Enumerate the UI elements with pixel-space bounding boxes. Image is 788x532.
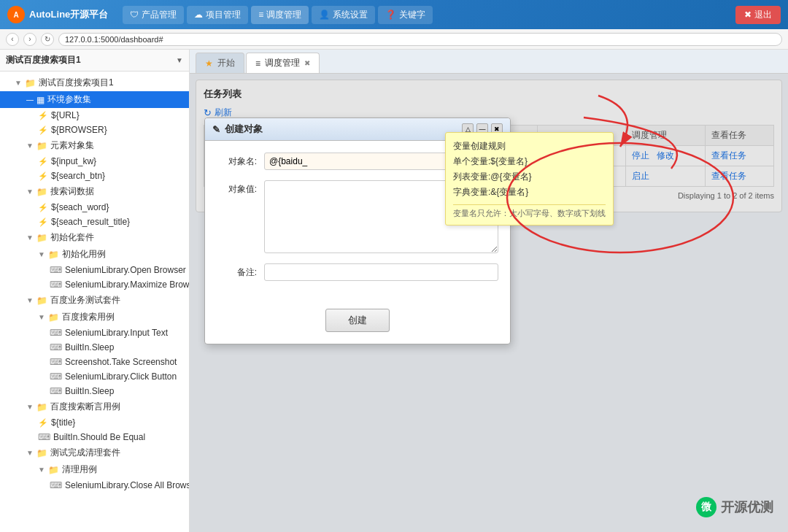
cloud-icon: ☁ — [194, 9, 203, 20]
lightning-icon: ⚡ — [38, 111, 48, 120]
tree-item-assert-case[interactable]: ▼ 📁 百度搜索断言用例 — [0, 398, 189, 415]
nav-bar: A AutoLine开源平台 🛡 产品管理 ☁ 项目管理 ≡ 调度管理 👤 系统… — [0, 0, 788, 29]
form-row-note: 备注: — [217, 263, 498, 281]
expand-icon-9: ▼ — [38, 466, 45, 474]
tree-item-baidu-case[interactable]: ▼ 📁 百度搜索用例 — [0, 309, 189, 325]
note-label: 备注: — [217, 263, 257, 279]
dialog-title: ✎ 创建对象 — [212, 123, 263, 136]
tab-bar: ★ 开始 ≡ 调度管理 ✖ — [190, 50, 788, 74]
tooltip-item-dict[interactable]: 字典变量:&{变量名} — [453, 185, 606, 200]
sidebar-dropdown[interactable]: ▼ — [176, 56, 183, 64]
tree-item-cleanup-case[interactable]: ▼ 📁 清理用例 — [0, 461, 189, 478]
nav-menu: 🛡 产品管理 ☁ 项目管理 ≡ 调度管理 👤 系统设置 ❓ 关键字 — [123, 6, 735, 24]
tree-item-init-suite[interactable]: ▼ 📁 初始化套件 — [0, 229, 189, 246]
keyword-icon-3: ⌨ — [50, 328, 62, 338]
tree-item-browser[interactable]: ⚡ ${BROWSER} — [0, 123, 189, 137]
folder-icon-3: 📁 — [36, 187, 47, 197]
url-bar[interactable]: 127.0.0.1:5000/dashboard# — [58, 33, 782, 46]
star-icon: ★ — [205, 58, 213, 69]
tree-item-init-case[interactable]: ▼ 📁 初始化用例 — [0, 246, 189, 263]
menu-icon: ≡ — [258, 9, 263, 20]
pencil-icon: ✎ — [212, 124, 220, 135]
folder-icon-7: 📁 — [48, 312, 59, 323]
tab-schedule-mgmt[interactable]: ≡ 调度管理 ✖ — [246, 53, 320, 73]
tab-start[interactable]: ★ 开始 — [196, 53, 244, 73]
expand-icon-4: ▼ — [38, 250, 45, 258]
tree-item-search-data[interactable]: ▼ 📁 搜索词数据 — [0, 183, 189, 200]
tree-item-sleep-2[interactable]: ⌨ BuiltIn.Sleep — [0, 384, 189, 398]
nav-item-product[interactable]: 🛡 产品管理 — [123, 6, 184, 24]
tree-item-element-set[interactable]: ▼ 📁 元素对象集 — [0, 137, 189, 154]
tree-item-seach-word[interactable]: ⚡ ${seach_word} — [0, 200, 189, 215]
dialog-footer: 创建 — [205, 303, 510, 344]
forward-button[interactable]: › — [23, 33, 36, 46]
tree-item-seach-title[interactable]: ⚡ ${seach_result_title} — [0, 215, 189, 229]
nav-logo: A AutoLine开源平台 — [7, 6, 108, 23]
nav-item-keyword[interactable]: ❓ 关键字 — [378, 6, 433, 24]
tree-item-should-be-equal[interactable]: ⌨ BuiltIn.Should Be Equal — [0, 430, 189, 444]
watermark: 微 开源优测 — [696, 497, 773, 517]
minus-icon-2: — — [26, 96, 34, 104]
expand-icon-7: ▼ — [26, 403, 34, 411]
tree-item-close-browsers[interactable]: ⌨ SeleniumLibrary.Close All Browsers — [0, 478, 189, 493]
logo-text: AutoLine开源平台 — [29, 8, 108, 21]
task-area: 任务列表 ↻ 刷新 状态 id 名称 下次运行时间 Cron Trigger 调… — [190, 74, 788, 532]
tooltip-note: 变量名只允许：大小写字母、数字或下划线 — [453, 204, 606, 219]
folder-icon-9: 📁 — [36, 448, 47, 458]
minus-icon: ▼ — [15, 79, 22, 87]
tree-item-search-btn[interactable]: ⚡ ${search_btn} — [0, 169, 189, 183]
tree-item-screenshot[interactable]: ⌨ Screenshot.Take Screenshot — [0, 355, 189, 369]
value-label: 对象值: — [217, 180, 257, 196]
exit-icon: ✖ — [744, 9, 752, 20]
browser-bar: ‹ › ↻ 127.0.0.1:5000/dashboard# — [0, 29, 788, 50]
tree-item-input-text[interactable]: ⌨ SeleniumLibrary.Input Text — [0, 325, 189, 340]
sidebar-title: 测试百度搜索项目1 — [6, 54, 81, 66]
refresh-button[interactable]: ↻ — [41, 33, 54, 46]
tree-item-maximize-browser[interactable]: ⌨ SeleniumLibrary.Maximize Browser Wi... — [0, 277, 189, 292]
keyword-icon-4: ⌨ — [50, 342, 62, 352]
back-button[interactable]: ‹ — [6, 33, 19, 46]
folder-icon-5: 📁 — [48, 250, 59, 260]
folder-icon: 📁 — [25, 78, 36, 88]
question-icon: ❓ — [385, 9, 396, 20]
content-area: ★ 开始 ≡ 调度管理 ✖ 任务列表 ↻ 刷新 状态 — [190, 50, 788, 532]
tree-item-sleep-1[interactable]: ⌨ BuiltIn.Sleep — [0, 340, 189, 355]
tree-item-input-kw[interactable]: ⚡ ${input_kw} — [0, 154, 189, 169]
tab-close-button[interactable]: ✖ — [304, 59, 310, 67]
keyword-icon-6: ⌨ — [50, 371, 62, 382]
tooltip-item-single[interactable]: 单个变量:${变量名} — [453, 154, 606, 169]
lightning-icon-5: ⚡ — [38, 203, 48, 212]
folder-icon-10: 📁 — [48, 465, 59, 475]
lightning-icon-7: ⚡ — [38, 418, 48, 428]
tree-item-open-browser[interactable]: ⌨ SeleniumLibrary.Open Browser — [0, 263, 189, 277]
table-icon: ▦ — [36, 95, 45, 105]
tree-item-title[interactable]: ⚡ ${title} — [0, 415, 189, 430]
tree-item-baidu-suite[interactable]: ▼ 📁 百度业务测试套件 — [0, 292, 189, 309]
lightning-icon-6: ⚡ — [38, 217, 48, 227]
keyword-icon-8: ⌨ — [38, 432, 50, 442]
tree-item-project[interactable]: ▼ 📁 测试百度搜索项目1 — [0, 74, 189, 91]
expand-icon-3: ▼ — [26, 234, 34, 242]
expand-icon-8: ▼ — [26, 449, 34, 457]
create-button[interactable]: 创建 — [325, 309, 390, 332]
keyword-icon: ⌨ — [50, 265, 62, 275]
nav-item-schedule[interactable]: ≡ 调度管理 — [251, 6, 309, 24]
note-input[interactable] — [264, 263, 498, 281]
tree-item-url[interactable]: ⚡ ${URL} — [0, 108, 189, 123]
name-label: 对象名: — [217, 153, 257, 168]
tooltip-item-list[interactable]: 列表变量:@{变量名} — [453, 169, 606, 185]
tree-item-click-button[interactable]: ⌨ SeleniumLibrary.Click Button — [0, 369, 189, 384]
sidebar-tree: ▼ 📁 测试百度搜索项目1 — ▦ 环境参数集 ⚡ ${URL} ⚡ ${BRO… — [0, 72, 189, 532]
folder-icon-4: 📁 — [36, 233, 47, 243]
nav-item-system[interactable]: 👤 系统设置 — [312, 6, 375, 24]
exit-button[interactable]: ✖ 退出 — [735, 6, 781, 24]
folder-icon-8: 📁 — [36, 402, 47, 412]
tree-item-cleanup-suite[interactable]: ▼ 📁 测试完成清理套件 — [0, 444, 189, 461]
nav-item-project[interactable]: ☁ 项目管理 — [187, 6, 248, 24]
menu-icon-tab: ≡ — [255, 58, 260, 69]
sidebar: 测试百度搜索项目1 ▼ ▼ 📁 测试百度搜索项目1 — ▦ 环境参数集 ⚡ ${… — [0, 50, 190, 532]
main-layout: 测试百度搜索项目1 ▼ ▼ 📁 测试百度搜索项目1 — ▦ 环境参数集 ⚡ ${… — [0, 50, 788, 532]
expand-icon-5: ▼ — [26, 296, 34, 304]
tree-item-env-params[interactable]: — ▦ 环境参数集 — [0, 91, 189, 108]
tooltip-item-title[interactable]: 变量创建规则 — [453, 139, 606, 154]
